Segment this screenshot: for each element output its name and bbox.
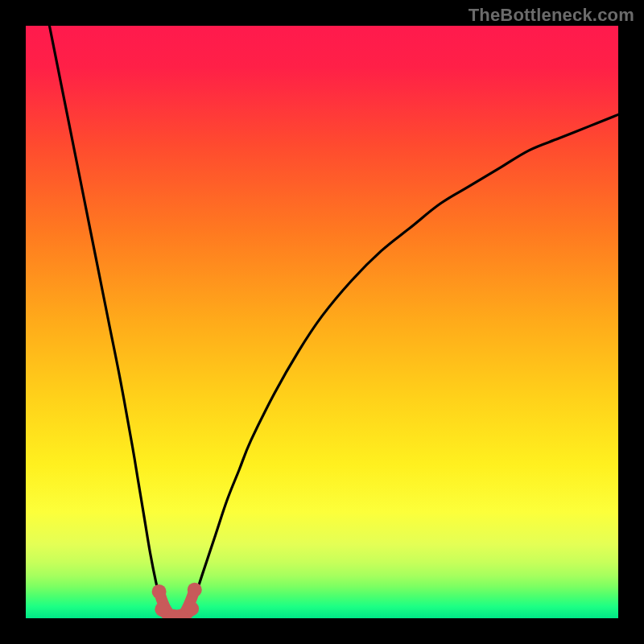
plot-area xyxy=(26,26,618,618)
highlight-endpoint xyxy=(188,583,202,597)
chart-frame: TheBottleneck.com xyxy=(0,0,644,644)
gradient-background xyxy=(26,26,618,618)
watermark-text: TheBottleneck.com xyxy=(469,5,634,26)
highlight-endpoint xyxy=(152,584,167,599)
highlight-endpoint xyxy=(184,601,199,616)
chart-svg xyxy=(26,26,618,618)
highlight-endpoint xyxy=(155,602,169,617)
